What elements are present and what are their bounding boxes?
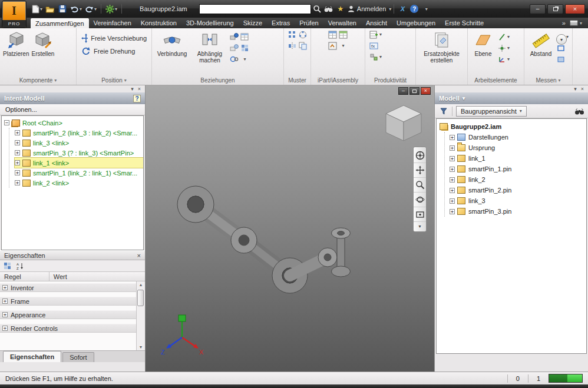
ribbon-minimize-button[interactable]: ▾ [570, 20, 582, 26]
tree-item-selected[interactable]: + link_1 <link> [15, 158, 143, 168]
tab-pruefen[interactable]: Prüfen [295, 18, 323, 28]
find-button[interactable] [574, 106, 584, 116]
abhaengig-machen-button[interactable]: Abhängig machen [190, 29, 229, 75]
tree-item[interactable]: + smartPin_1.pin [450, 164, 586, 174]
iassembly-table-button[interactable] [338, 29, 348, 39]
ipart-options-button[interactable]: ▾ [338, 41, 348, 51]
freie-drehung-button[interactable]: Freie Drehung [78, 45, 150, 58]
minimize-button[interactable]: – [530, 4, 546, 14]
scroll-up-icon[interactable]: ▲ [139, 283, 143, 287]
tab-extras[interactable]: Extras [267, 18, 295, 28]
tab-umgebungen[interactable]: Umgebungen [392, 18, 440, 28]
tree-item[interactable]: + Darstellungen [450, 132, 586, 142]
expand-icon[interactable]: + [2, 312, 8, 317]
close-button[interactable]: × [565, 4, 585, 14]
categorize-button[interactable] [2, 261, 12, 271]
group-label-komponente[interactable]: Komponente ▾ [0, 75, 76, 85]
expand-icon[interactable]: + [2, 326, 8, 331]
help-button[interactable]: ? [408, 2, 420, 15]
tab-ansicht[interactable]: Ansicht [361, 18, 392, 28]
search-button[interactable] [311, 2, 323, 15]
harness-button[interactable] [369, 52, 379, 62]
favorites-button[interactable]: ★ [335, 2, 346, 15]
expand-icon[interactable]: + [450, 177, 455, 183]
expand-icon[interactable]: + [15, 150, 20, 155]
expand-icon[interactable]: + [15, 140, 20, 145]
new-document-button[interactable]: ▾ [31, 2, 44, 15]
document-minimize-button[interactable]: – [398, 87, 408, 95]
tree-item[interactable]: + smartPin_2 (link_3 : link_2) <Smar... [15, 128, 143, 138]
ebene-button[interactable]: Ebene [470, 29, 497, 75]
tree-item-root[interactable]: Baugruppe2.iam [440, 121, 586, 132]
ipart-table-button[interactable] [328, 29, 338, 39]
look-at-button[interactable] [414, 207, 426, 222]
tree-item[interactable]: + link_2 <link> [15, 178, 143, 188]
constraint-settings-button[interactable]: ▾ [240, 54, 250, 64]
property-group-row[interactable]: + Frame [0, 297, 136, 306]
document-close-button[interactable]: × [421, 87, 431, 95]
expand-icon[interactable]: + [450, 209, 455, 214]
bom-button[interactable] [369, 29, 379, 39]
degrees-of-freedom-button[interactable] [240, 43, 250, 53]
expand-icon[interactable]: + [15, 130, 20, 135]
expand-icon[interactable]: + [2, 299, 8, 304]
help-menu-button[interactable]: ▾ [420, 2, 432, 15]
tab-overflow-chevron[interactable]: » [562, 19, 566, 26]
tree-item[interactable]: + smartPin_2.pin [450, 185, 586, 195]
column-header-regel[interactable]: Regel [0, 273, 25, 280]
parameters-button[interactable]: fx [369, 41, 379, 51]
expand-icon[interactable]: + [15, 160, 20, 165]
zoom-button[interactable] [414, 178, 426, 193]
ribbon-display-options-button[interactable]: ▾ [556, 34, 567, 45]
group-label-arbeitselemente[interactable]: Arbeitselemente [468, 75, 524, 85]
freie-verschiebung-button[interactable]: Freie Verschiebung [78, 32, 150, 45]
tab-verwalten[interactable]: Verwalten [323, 18, 361, 28]
search-input[interactable] [199, 4, 311, 14]
tab-skizze[interactable]: Skizze [239, 18, 267, 28]
group-label-ipart[interactable]: iPart/iAssembly [311, 75, 365, 85]
scrollbar-thumb[interactable] [137, 290, 144, 306]
expand-icon[interactable]: + [450, 156, 455, 161]
properties-close-icon[interactable]: × [137, 252, 141, 259]
measure-area-button[interactable] [556, 54, 566, 64]
sort-alphabetical-button[interactable]: AZ [15, 261, 25, 271]
tab-eigenschaften[interactable]: Eigenschaften [3, 351, 61, 362]
tab-erste-schritte[interactable]: Erste Schritte [440, 18, 488, 28]
update-button[interactable]: ▾ [104, 2, 118, 15]
expand-icon[interactable]: + [2, 285, 8, 290]
hide-constraints-button[interactable] [229, 43, 239, 53]
copy-button[interactable] [298, 41, 308, 51]
group-label-produktivitaet[interactable]: Produktivität [365, 75, 415, 85]
show-sick-constraints-button[interactable] [240, 32, 250, 42]
ersatzobjekte-button[interactable]: Ersatzobjekte erstellen [418, 29, 465, 75]
pan-button[interactable] [414, 163, 426, 178]
view-cube[interactable] [382, 102, 425, 144]
panel-menu-icon[interactable]: ▾ [574, 87, 577, 92]
property-group-row[interactable]: + Inventor [0, 283, 136, 292]
pattern-circular-button[interactable] [298, 29, 308, 39]
document-restore-button[interactable] [409, 87, 419, 95]
work-point-button[interactable] [497, 43, 507, 53]
navbar-more-button[interactable]: ▾ [414, 222, 426, 230]
platzieren-button[interactable]: Platzieren [2, 29, 30, 75]
panel-menu-icon[interactable]: ▾ [131, 87, 134, 92]
view-mode-dropdown[interactable]: Baugruppenansicht ▾ [456, 106, 527, 117]
tree-item[interactable]: + Ursprung [450, 142, 586, 153]
scroll-down-icon[interactable]: ▼ [139, 345, 143, 349]
tab-vereinfachen[interactable]: Vereinfachen [89, 18, 136, 28]
mirror-button[interactable] [287, 41, 297, 51]
redo-button[interactable]: ▾ [84, 2, 98, 15]
ucs-button[interactable] [497, 54, 507, 64]
group-label-beziehungen[interactable]: Beziehungen [152, 75, 283, 85]
tree-item[interactable]: + smartPin_3.pin [450, 206, 586, 217]
column-header-wert[interactable]: Wert [49, 273, 71, 280]
intent-options-button[interactable]: Optionen... [0, 104, 145, 115]
tree-item[interactable]: + link_3 [450, 195, 586, 206]
group-label-position[interactable]: Position ▾ [77, 75, 151, 85]
panel-close-icon[interactable]: × [138, 87, 141, 92]
tree-item[interactable]: − Root <Chain> [4, 118, 143, 128]
tab-zusammenfuegen[interactable]: Zusammenfügen [31, 18, 89, 28]
show-constraints-button[interactable] [229, 32, 239, 42]
erstellen-button[interactable]: Erstellen [30, 29, 55, 75]
verbindung-button[interactable]: Verbindung [154, 29, 190, 75]
